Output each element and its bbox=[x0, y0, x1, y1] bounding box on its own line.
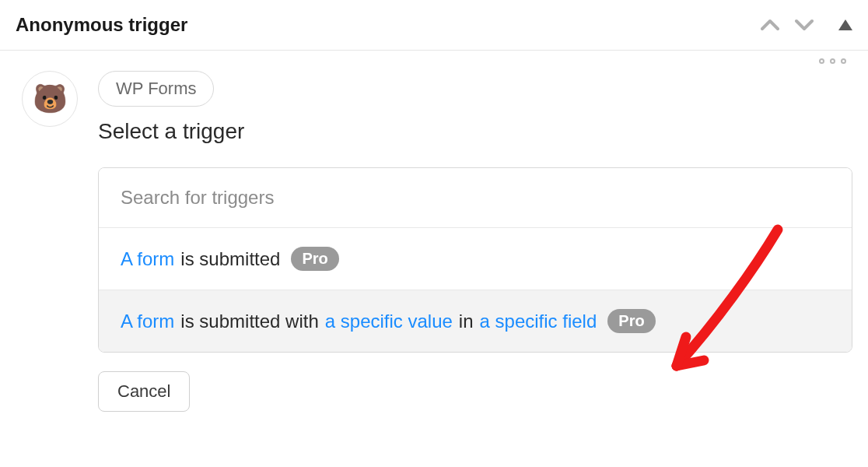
more-options-icon[interactable] bbox=[819, 58, 846, 64]
trigger-token-link: A form bbox=[121, 248, 174, 270]
trigger-token-link: A form bbox=[121, 311, 174, 332]
collapse-icon[interactable] bbox=[838, 19, 852, 30]
panel-controls bbox=[761, 19, 852, 31]
trigger-option-1[interactable]: A formis submitted witha specific valuei… bbox=[99, 290, 852, 352]
trigger-token-link: a specific value bbox=[325, 311, 453, 332]
integration-chip[interactable]: WP Forms bbox=[98, 71, 214, 107]
move-down-icon[interactable] bbox=[795, 19, 814, 31]
section-subtitle: Select a trigger bbox=[98, 119, 852, 144]
trigger-token-text: is submitted bbox=[180, 248, 280, 270]
trigger-option-0[interactable]: A formis submittedPro bbox=[99, 227, 852, 290]
pro-badge: Pro bbox=[607, 309, 655, 333]
panel-body: 🐻 WP Forms Select a trigger A formis sub… bbox=[0, 51, 868, 427]
panel-title: Anonymous trigger bbox=[16, 14, 187, 36]
move-up-icon[interactable] bbox=[761, 19, 779, 31]
trigger-token-link: a specific field bbox=[480, 311, 597, 332]
trigger-picker: A formis submittedProA formis submitted … bbox=[98, 167, 852, 353]
trigger-config: WP Forms Select a trigger A formis submi… bbox=[98, 71, 852, 412]
integration-avatar: 🐻 bbox=[22, 71, 78, 127]
pro-badge: Pro bbox=[291, 247, 338, 271]
wpforms-logo-icon: 🐻 bbox=[33, 85, 68, 113]
search-input[interactable] bbox=[99, 168, 852, 227]
trigger-token-text: is submitted with bbox=[180, 311, 318, 332]
cancel-button[interactable]: Cancel bbox=[98, 371, 190, 412]
trigger-token-text: in bbox=[459, 311, 474, 332]
panel-header: Anonymous trigger bbox=[0, 0, 868, 51]
